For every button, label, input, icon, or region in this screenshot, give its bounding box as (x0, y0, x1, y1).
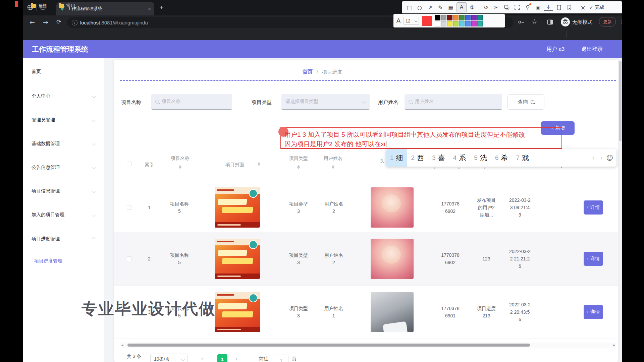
sort-up-icon[interactable] (332, 165, 334, 167)
ime-candidate[interactable]: 6希 (491, 149, 512, 167)
sidebar-subitem-project-progress[interactable]: 项目进度管理 (23, 254, 104, 268)
ime-candidate[interactable]: 2西 (407, 149, 428, 167)
color-swatch[interactable] (453, 21, 459, 26)
sidebar-item-basic-data[interactable]: 基础数据管理 (23, 136, 104, 151)
reload-icon[interactable]: ⟳ (56, 18, 61, 25)
detail-button[interactable]: 详情 (584, 305, 603, 319)
scrollbar-thumb[interactable] (619, 61, 622, 141)
sidebar-item-personal-center[interactable]: 个人中心 (23, 89, 104, 104)
sidebar-item-announcement[interactable]: 公告信息管理 (23, 160, 104, 175)
sort-up-icon[interactable] (297, 165, 300, 167)
page-size-select[interactable]: 10条/页 (150, 354, 188, 362)
sidebar-item-project-progress[interactable]: 项目进度管理 (23, 232, 104, 246)
type-header[interactable]: 项目类型 (278, 156, 319, 162)
back-icon[interactable]: ← (30, 18, 35, 26)
user-name-input[interactable]: 用户姓名 (405, 94, 502, 110)
detail-button[interactable]: 详情 (584, 252, 603, 266)
project-cover-image[interactable] (215, 292, 260, 332)
project-cover-image[interactable] (215, 187, 260, 228)
active-color-swatch[interactable] (422, 16, 432, 26)
vertical-scrollbar[interactable] (619, 58, 622, 362)
avatar-header-partial[interactable]: 头 (377, 158, 387, 164)
text-tool-icon[interactable]: A (457, 2, 467, 12)
color-swatch[interactable] (453, 15, 459, 20)
cut-icon[interactable]: ✂ (492, 3, 501, 12)
color-swatch[interactable] (459, 21, 465, 26)
next-page-icon[interactable]: › (235, 356, 237, 362)
done-button[interactable]: ✓完成 (589, 4, 604, 10)
fullscreen-icon[interactable] (513, 3, 522, 12)
project-type-select[interactable]: 请选择项目类型 (281, 94, 370, 110)
sort-down-icon[interactable] (297, 167, 300, 169)
sidebar-item-admin-management[interactable]: 管理员管理 (23, 113, 104, 127)
color-swatch[interactable] (441, 21, 446, 26)
password-key-icon[interactable] (518, 19, 524, 25)
project-name-input[interactable]: 项目名称 (151, 94, 232, 110)
sort-down-icon[interactable] (483, 168, 486, 169)
mosaic-tool-icon[interactable]: ▦ (446, 3, 455, 12)
sort-up-icon[interactable] (258, 162, 260, 164)
scroll-left-icon[interactable]: ◂ (121, 343, 123, 347)
current-page-button[interactable]: 1 (217, 354, 227, 362)
color-swatch[interactable] (477, 15, 483, 20)
detail-button[interactable]: 详情 (584, 200, 603, 215)
select-all-checkbox[interactable] (127, 162, 131, 166)
phone-icon[interactable] (554, 3, 564, 12)
color-swatch[interactable] (465, 15, 471, 20)
rectangle-tool-icon[interactable]: □ (405, 3, 414, 12)
sidebar-item-home[interactable]: 首页 (23, 64, 104, 79)
pin-icon[interactable] (523, 3, 532, 12)
record-icon[interactable]: ◉ (533, 3, 543, 12)
color-swatch[interactable] (459, 15, 465, 20)
user-avatar[interactable] (371, 239, 414, 279)
project-cover-image[interactable] (215, 239, 260, 279)
ime-candidate[interactable]: 1细 (386, 149, 407, 167)
sidebar-item-joined-projects[interactable]: 加入的项目管理 (23, 207, 104, 222)
close-icon[interactable]: × (578, 3, 588, 12)
user-badge[interactable]: 用户 a3 (546, 46, 565, 53)
user-header[interactable]: 用户姓名 (313, 156, 353, 162)
tab-close-icon[interactable]: × (148, 6, 151, 12)
bookmark-star-icon[interactable]: ☆ (532, 18, 537, 25)
color-swatch[interactable] (465, 21, 471, 26)
breadcrumb-home[interactable]: 首页 (303, 69, 313, 75)
color-swatch[interactable] (471, 21, 477, 26)
cover-header[interactable]: 项目封面 (215, 162, 255, 168)
horizontal-scrollbar[interactable]: ◂ ▸ (120, 343, 616, 348)
ellipse-tool-icon[interactable]: ○ (415, 3, 424, 12)
row-checkbox[interactable] (127, 205, 131, 210)
pencil-tool-icon[interactable]: ✎ (436, 3, 445, 12)
bookmark-item[interactable]: 资料 (31, 3, 47, 9)
prev-page-icon[interactable]: ‹ (201, 356, 203, 362)
color-swatch[interactable] (441, 15, 446, 20)
site-info-icon[interactable]: i (72, 20, 77, 25)
forward-icon[interactable]: → (43, 18, 48, 26)
index-header[interactable]: 索引 (139, 162, 159, 168)
font-size-select[interactable]: 12 (404, 17, 419, 25)
ime-candidate[interactable]: 7戏 (512, 149, 533, 167)
sidebar-item-project-info[interactable]: 项目信息管理 (23, 184, 104, 198)
bookmark-item[interactable]: 常用 (59, 3, 75, 9)
arrow-tool-icon[interactable]: ↗ (425, 3, 435, 12)
color-swatch[interactable] (471, 15, 477, 20)
name-header[interactable]: 项目名称 (160, 156, 200, 162)
sort-down-icon[interactable] (458, 168, 460, 169)
logout-button[interactable]: 退出登录 (581, 46, 603, 53)
bookmark-icon[interactable] (565, 3, 574, 12)
ime-next-icon[interactable]: › (597, 155, 605, 162)
color-swatch[interactable] (435, 21, 440, 26)
sort-down-icon[interactable] (258, 164, 260, 166)
undo-icon[interactable]: ↺ (481, 3, 491, 12)
color-swatch[interactable] (477, 21, 483, 26)
query-button[interactable]: 查询 (507, 94, 544, 110)
sort-up-icon[interactable] (179, 165, 181, 167)
user-avatar[interactable] (371, 187, 414, 228)
update-button[interactable]: 更新 (599, 17, 616, 26)
row-checkbox[interactable] (127, 256, 131, 261)
color-swatch[interactable] (447, 21, 452, 26)
ime-candidate[interactable]: 5洗 (470, 149, 491, 167)
scrollbar-thumb[interactable] (127, 344, 530, 347)
translate-copy-icon[interactable] (502, 3, 512, 12)
scroll-right-icon[interactable]: ▸ (613, 343, 615, 347)
sort-down-icon[interactable] (179, 167, 181, 169)
